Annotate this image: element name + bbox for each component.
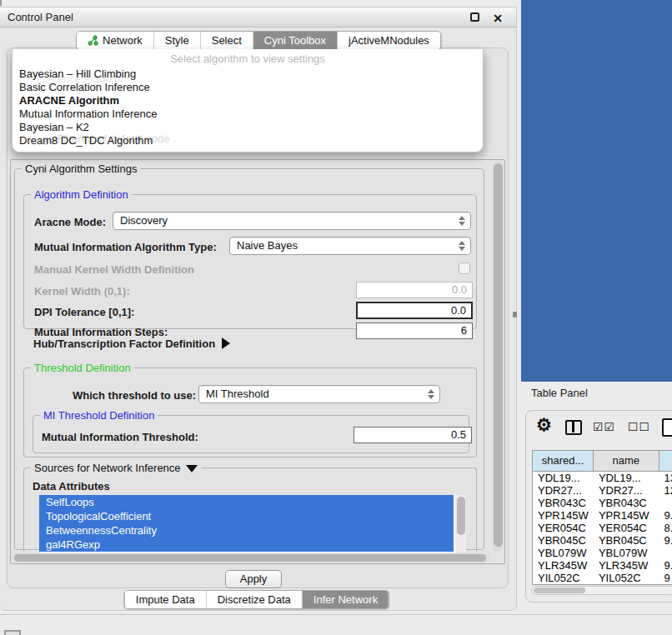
table-cell: 8. bbox=[659, 522, 672, 534]
desktop-background: GALGAL80GAL10GAL1GAL11SWI4GAL4GCY1HAP4YH… bbox=[521, 0, 672, 382]
table-row[interactable]: YBL079WYBL079W bbox=[533, 547, 672, 559]
manual-kernel-label: Manual Kernel Width Definition bbox=[34, 263, 194, 276]
algorithm-option[interactable]: Dream8 DC_TDC Algorithm bbox=[18, 134, 478, 148]
algorithm-option[interactable]: Bayesian – K2 bbox=[18, 121, 478, 134]
mi-steps-label: Mutual Information Steps: bbox=[34, 326, 168, 338]
dpi-tolerance-label: DPI Tolerance [0,1]: bbox=[34, 306, 134, 318]
mi-steps-field[interactable]: 6 bbox=[356, 322, 473, 339]
attribute-item[interactable]: TopologicalCoefficient bbox=[39, 509, 454, 523]
table-cell: YPR145W bbox=[594, 509, 659, 522]
table-row[interactable]: YIL052CYIL052C9 bbox=[533, 572, 672, 584]
algorithm-dropdown-popup: Select algorithm to view settings Infere… bbox=[12, 49, 484, 152]
tab-impute-data[interactable]: Impute Data bbox=[125, 591, 207, 608]
algorithm-option[interactable]: Mutual Information Inference bbox=[18, 108, 478, 121]
which-threshold-label: Which threshold to use: bbox=[73, 389, 196, 402]
splitter-handle[interactable] bbox=[513, 312, 517, 318]
algorithm-option[interactable]: ARACNE Algorithm bbox=[18, 94, 478, 108]
mi-algorithm-type-select[interactable]: Naive Bayes bbox=[229, 237, 471, 255]
which-threshold-select[interactable]: MI Threshold bbox=[198, 385, 440, 403]
cyni-algorithm-settings-group: Cyni Algorithm Settings Algorithm Defini… bbox=[14, 168, 484, 550]
table-panel: ⚙ ☑☑ ☐☐ shared...nameA YDL19...YDL19...1… bbox=[525, 410, 672, 602]
list-scrollbar[interactable] bbox=[455, 495, 466, 555]
settings-scrollpane: Cyni Algorithm Settings Algorithm Defini… bbox=[10, 159, 505, 564]
algorithm-list: Bayesian – Hill ClimbingBasic Correlatio… bbox=[18, 68, 478, 148]
aracne-mode-label: Aracne Mode: bbox=[34, 216, 106, 228]
attribute-item[interactable]: SelfLoops bbox=[39, 495, 454, 509]
table-row[interactable]: YPR145WYPR145W9. bbox=[533, 509, 672, 522]
mi-threshold-label: Mutual Information Threshold: bbox=[42, 431, 198, 443]
dpi-tolerance-field[interactable]: 0.0 bbox=[356, 302, 473, 319]
column-header[interactable]: shared... bbox=[533, 451, 594, 472]
mi-threshold-field[interactable]: 0.5 bbox=[354, 427, 472, 443]
manual-kernel-checkbox[interactable] bbox=[459, 262, 470, 274]
stepper-icon bbox=[426, 386, 436, 402]
column-header[interactable]: name bbox=[594, 451, 659, 472]
mi-threshold-group: MI Threshold Definition Mutual Informati… bbox=[33, 415, 469, 453]
float-panel-icon[interactable] bbox=[470, 12, 479, 22]
table-cell: YDL19... bbox=[533, 472, 594, 484]
split-view-icon[interactable] bbox=[565, 420, 582, 435]
node-attribute-table[interactable]: shared...nameA YDL19...YDL19...13YDR27..… bbox=[532, 450, 672, 585]
sources-title[interactable]: Sources for Network Inference bbox=[31, 462, 201, 474]
tab-network[interactable]: Network bbox=[77, 32, 154, 49]
document-icon[interactable] bbox=[662, 418, 672, 437]
attribute-item[interactable]: BetweennessCentrality bbox=[39, 523, 454, 538]
control-panel-window: Control Panel ✕ Cyni Algorithm Settings … bbox=[0, 7, 517, 611]
settings-vertical-scrollbar[interactable] bbox=[492, 161, 504, 552]
deselect-checkboxes-icon[interactable]: ☐☐ bbox=[628, 420, 650, 433]
data-attributes-list[interactable]: SelfLoopsTopologicalCoefficientBetweenne… bbox=[39, 495, 466, 555]
aracne-mode-select[interactable]: Discovery bbox=[113, 212, 471, 230]
sources-group: Sources for Network Inference Data Attri… bbox=[23, 468, 477, 551]
table-cell: YDR27... bbox=[533, 484, 594, 497]
control-panel-titlebar: Control Panel ✕ bbox=[0, 8, 516, 28]
table-cell: YDL19... bbox=[594, 472, 659, 484]
kernel-width-field[interactable]: 0.0 bbox=[356, 282, 473, 298]
table-row[interactable]: YBR043CYBR043C bbox=[533, 497, 672, 509]
table-row[interactable]: YER054CYER054C8. bbox=[533, 522, 672, 534]
table-cell: YIL052C bbox=[594, 572, 659, 584]
table-cell: YPR145W bbox=[533, 509, 594, 522]
table-row[interactable]: YDL19...YDL19...13 bbox=[533, 472, 672, 484]
table-cell: 9. bbox=[659, 509, 672, 522]
settings-horizontal-scrollbar[interactable] bbox=[13, 552, 491, 562]
algorithm-option[interactable]: Basic Correlation Inference bbox=[18, 81, 478, 94]
expand-right-icon bbox=[222, 338, 230, 349]
table-cell: YBR045C bbox=[594, 534, 659, 547]
table-cell: YBR043C bbox=[594, 497, 659, 509]
table-cell: 9. bbox=[659, 559, 672, 572]
table-cell: YBR045C bbox=[533, 534, 594, 547]
table-cell: YIL052C bbox=[533, 572, 594, 584]
table-row[interactable]: YLR345WYLR345W9. bbox=[533, 559, 672, 572]
column-header[interactable]: A bbox=[659, 451, 672, 472]
collapsed-panel-button[interactable] bbox=[4, 630, 21, 635]
table-cell: YBR043C bbox=[533, 497, 594, 509]
hub-definition-toggle[interactable]: Hub/Transcription Factor Definition bbox=[33, 338, 230, 350]
table-cell: 13 bbox=[659, 472, 672, 484]
table-cell: YER054C bbox=[533, 522, 594, 534]
tab-jactivemnodules[interactable]: jActiveMNodules bbox=[338, 32, 440, 49]
tab-select[interactable]: Select bbox=[201, 32, 253, 49]
control-panel-title: Control Panel bbox=[8, 11, 73, 23]
table-cell: 9 bbox=[659, 572, 672, 584]
close-panel-icon[interactable]: ✕ bbox=[493, 9, 503, 28]
divider bbox=[0, 614, 672, 615]
mi-type-label: Mutual Information Algorithm Type: bbox=[34, 241, 217, 253]
select-all-checkboxes-icon[interactable]: ☑☑ bbox=[593, 420, 615, 433]
mi-type-value: Naive Bayes bbox=[237, 239, 298, 252]
tab-discretize-data[interactable]: Discretize Data bbox=[207, 591, 303, 608]
tab-infer-network[interactable]: Infer Network bbox=[303, 591, 389, 608]
table-cell: YDR27... bbox=[594, 484, 659, 497]
network-icon bbox=[88, 35, 98, 46]
threshold-definition-group: Threshold Definition Which threshold to … bbox=[23, 368, 477, 458]
tab-cyni-toolbox[interactable]: Cyni Toolbox bbox=[253, 32, 338, 49]
attribute-item[interactable]: gal4RGexp bbox=[39, 538, 454, 552]
table-horizontal-scrollbar[interactable] bbox=[531, 586, 672, 595]
table-row[interactable]: YDR27...YDR27...12 bbox=[533, 484, 672, 497]
table-row[interactable]: YBR045CYBR045C9. bbox=[533, 534, 672, 547]
tab-style[interactable]: Style bbox=[154, 32, 201, 49]
algorithm-option[interactable]: Bayesian – Hill Climbing bbox=[18, 68, 478, 81]
corner-mark bbox=[0, 0, 2, 6]
gear-icon[interactable]: ⚙ bbox=[536, 415, 552, 435]
apply-button[interactable]: Apply bbox=[225, 570, 282, 588]
algorithm-definition-group: Algorithm Definition Aracne Mode: Discov… bbox=[23, 194, 477, 329]
